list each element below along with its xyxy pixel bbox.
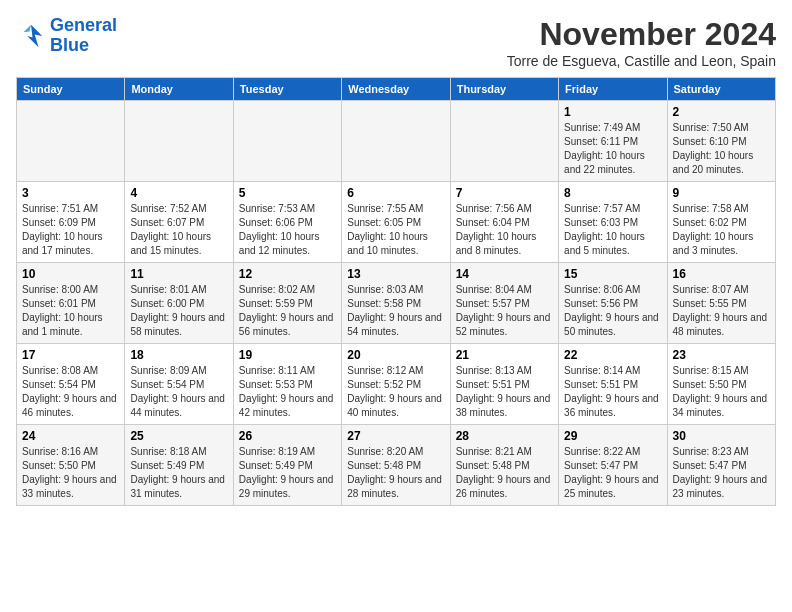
location-title: Torre de Esgueva, Castille and Leon, Spa… <box>507 53 776 69</box>
day-number: 5 <box>239 186 336 200</box>
calendar-cell: 25Sunrise: 8:18 AMSunset: 5:49 PMDayligh… <box>125 425 233 506</box>
calendar-cell: 3Sunrise: 7:51 AMSunset: 6:09 PMDaylight… <box>17 182 125 263</box>
day-number: 13 <box>347 267 444 281</box>
logo-text: General Blue <box>50 16 117 56</box>
day-number: 16 <box>673 267 770 281</box>
calendar-cell: 11Sunrise: 8:01 AMSunset: 6:00 PMDayligh… <box>125 263 233 344</box>
calendar-cell: 2Sunrise: 7:50 AMSunset: 6:10 PMDaylight… <box>667 101 775 182</box>
calendar-cell: 16Sunrise: 8:07 AMSunset: 5:55 PMDayligh… <box>667 263 775 344</box>
calendar-cell <box>342 101 450 182</box>
calendar-cell <box>233 101 341 182</box>
calendar-cell: 21Sunrise: 8:13 AMSunset: 5:51 PMDayligh… <box>450 344 558 425</box>
day-info: Sunrise: 8:16 AMSunset: 5:50 PMDaylight:… <box>22 445 119 501</box>
svg-marker-1 <box>24 25 32 33</box>
day-number: 23 <box>673 348 770 362</box>
day-info: Sunrise: 7:53 AMSunset: 6:06 PMDaylight:… <box>239 202 336 258</box>
day-info: Sunrise: 8:20 AMSunset: 5:48 PMDaylight:… <box>347 445 444 501</box>
day-info: Sunrise: 8:06 AMSunset: 5:56 PMDaylight:… <box>564 283 661 339</box>
day-info: Sunrise: 7:56 AMSunset: 6:04 PMDaylight:… <box>456 202 553 258</box>
calendar-week-4: 17Sunrise: 8:08 AMSunset: 5:54 PMDayligh… <box>17 344 776 425</box>
day-number: 7 <box>456 186 553 200</box>
calendar-week-5: 24Sunrise: 8:16 AMSunset: 5:50 PMDayligh… <box>17 425 776 506</box>
day-number: 21 <box>456 348 553 362</box>
day-number: 25 <box>130 429 227 443</box>
logo-general: General <box>50 15 117 35</box>
calendar-cell: 27Sunrise: 8:20 AMSunset: 5:48 PMDayligh… <box>342 425 450 506</box>
calendar-cell: 7Sunrise: 7:56 AMSunset: 6:04 PMDaylight… <box>450 182 558 263</box>
logo-blue: Blue <box>50 35 89 55</box>
day-number: 2 <box>673 105 770 119</box>
day-number: 6 <box>347 186 444 200</box>
day-info: Sunrise: 8:15 AMSunset: 5:50 PMDaylight:… <box>673 364 770 420</box>
day-info: Sunrise: 8:08 AMSunset: 5:54 PMDaylight:… <box>22 364 119 420</box>
day-info: Sunrise: 8:03 AMSunset: 5:58 PMDaylight:… <box>347 283 444 339</box>
day-number: 18 <box>130 348 227 362</box>
calendar-cell <box>17 101 125 182</box>
calendar-week-2: 3Sunrise: 7:51 AMSunset: 6:09 PMDaylight… <box>17 182 776 263</box>
day-info: Sunrise: 7:52 AMSunset: 6:07 PMDaylight:… <box>130 202 227 258</box>
day-header-thursday: Thursday <box>450 78 558 101</box>
day-info: Sunrise: 8:12 AMSunset: 5:52 PMDaylight:… <box>347 364 444 420</box>
day-header-sunday: Sunday <box>17 78 125 101</box>
day-info: Sunrise: 7:58 AMSunset: 6:02 PMDaylight:… <box>673 202 770 258</box>
day-info: Sunrise: 8:00 AMSunset: 6:01 PMDaylight:… <box>22 283 119 339</box>
calendar-cell: 15Sunrise: 8:06 AMSunset: 5:56 PMDayligh… <box>559 263 667 344</box>
logo-icon <box>16 21 46 51</box>
day-info: Sunrise: 7:50 AMSunset: 6:10 PMDaylight:… <box>673 121 770 177</box>
calendar-cell: 28Sunrise: 8:21 AMSunset: 5:48 PMDayligh… <box>450 425 558 506</box>
day-number: 29 <box>564 429 661 443</box>
day-number: 9 <box>673 186 770 200</box>
logo: General Blue <box>16 16 117 56</box>
calendar-cell: 5Sunrise: 7:53 AMSunset: 6:06 PMDaylight… <box>233 182 341 263</box>
calendar-cell: 22Sunrise: 8:14 AMSunset: 5:51 PMDayligh… <box>559 344 667 425</box>
day-info: Sunrise: 8:09 AMSunset: 5:54 PMDaylight:… <box>130 364 227 420</box>
day-number: 11 <box>130 267 227 281</box>
calendar-week-1: 1Sunrise: 7:49 AMSunset: 6:11 PMDaylight… <box>17 101 776 182</box>
title-block: November 2024 Torre de Esgueva, Castille… <box>507 16 776 69</box>
day-info: Sunrise: 7:49 AMSunset: 6:11 PMDaylight:… <box>564 121 661 177</box>
day-number: 22 <box>564 348 661 362</box>
day-header-monday: Monday <box>125 78 233 101</box>
day-number: 26 <box>239 429 336 443</box>
calendar-cell: 18Sunrise: 8:09 AMSunset: 5:54 PMDayligh… <box>125 344 233 425</box>
day-number: 17 <box>22 348 119 362</box>
day-info: Sunrise: 8:01 AMSunset: 6:00 PMDaylight:… <box>130 283 227 339</box>
day-info: Sunrise: 8:22 AMSunset: 5:47 PMDaylight:… <box>564 445 661 501</box>
day-number: 4 <box>130 186 227 200</box>
day-number: 10 <box>22 267 119 281</box>
day-info: Sunrise: 8:18 AMSunset: 5:49 PMDaylight:… <box>130 445 227 501</box>
calendar-cell: 9Sunrise: 7:58 AMSunset: 6:02 PMDaylight… <box>667 182 775 263</box>
page-header: General Blue November 2024 Torre de Esgu… <box>16 16 776 69</box>
day-info: Sunrise: 7:51 AMSunset: 6:09 PMDaylight:… <box>22 202 119 258</box>
day-number: 28 <box>456 429 553 443</box>
day-info: Sunrise: 8:21 AMSunset: 5:48 PMDaylight:… <box>456 445 553 501</box>
day-number: 24 <box>22 429 119 443</box>
calendar-cell: 1Sunrise: 7:49 AMSunset: 6:11 PMDaylight… <box>559 101 667 182</box>
calendar-cell: 20Sunrise: 8:12 AMSunset: 5:52 PMDayligh… <box>342 344 450 425</box>
day-info: Sunrise: 8:04 AMSunset: 5:57 PMDaylight:… <box>456 283 553 339</box>
day-info: Sunrise: 8:13 AMSunset: 5:51 PMDaylight:… <box>456 364 553 420</box>
day-info: Sunrise: 7:55 AMSunset: 6:05 PMDaylight:… <box>347 202 444 258</box>
day-header-saturday: Saturday <box>667 78 775 101</box>
calendar-cell: 12Sunrise: 8:02 AMSunset: 5:59 PMDayligh… <box>233 263 341 344</box>
calendar-cell: 10Sunrise: 8:00 AMSunset: 6:01 PMDayligh… <box>17 263 125 344</box>
days-of-week-row: SundayMondayTuesdayWednesdayThursdayFrid… <box>17 78 776 101</box>
calendar-table: SundayMondayTuesdayWednesdayThursdayFrid… <box>16 77 776 506</box>
day-info: Sunrise: 8:14 AMSunset: 5:51 PMDaylight:… <box>564 364 661 420</box>
calendar-cell <box>125 101 233 182</box>
calendar-cell: 14Sunrise: 8:04 AMSunset: 5:57 PMDayligh… <box>450 263 558 344</box>
day-number: 12 <box>239 267 336 281</box>
calendar-cell <box>450 101 558 182</box>
day-number: 15 <box>564 267 661 281</box>
day-info: Sunrise: 8:23 AMSunset: 5:47 PMDaylight:… <box>673 445 770 501</box>
calendar-cell: 29Sunrise: 8:22 AMSunset: 5:47 PMDayligh… <box>559 425 667 506</box>
calendar-cell: 8Sunrise: 7:57 AMSunset: 6:03 PMDaylight… <box>559 182 667 263</box>
calendar-cell: 23Sunrise: 8:15 AMSunset: 5:50 PMDayligh… <box>667 344 775 425</box>
day-number: 1 <box>564 105 661 119</box>
day-header-wednesday: Wednesday <box>342 78 450 101</box>
calendar-cell: 24Sunrise: 8:16 AMSunset: 5:50 PMDayligh… <box>17 425 125 506</box>
day-number: 14 <box>456 267 553 281</box>
calendar-cell: 30Sunrise: 8:23 AMSunset: 5:47 PMDayligh… <box>667 425 775 506</box>
day-info: Sunrise: 8:07 AMSunset: 5:55 PMDaylight:… <box>673 283 770 339</box>
calendar-cell: 19Sunrise: 8:11 AMSunset: 5:53 PMDayligh… <box>233 344 341 425</box>
